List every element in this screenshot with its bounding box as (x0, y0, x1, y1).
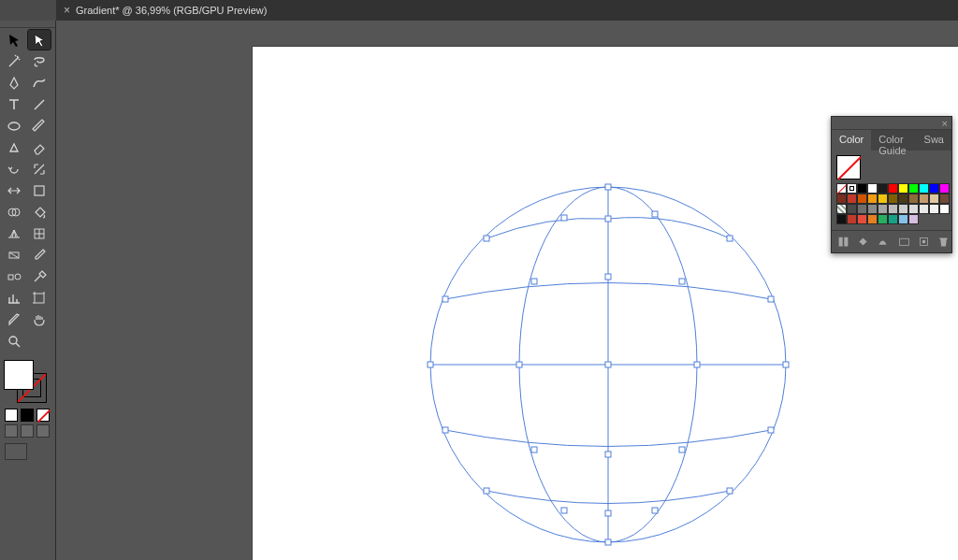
type-tool[interactable] (3, 94, 25, 114)
swatch[interactable] (857, 214, 867, 224)
close-tab-icon[interactable]: × (64, 4, 70, 17)
pen-tool[interactable] (3, 73, 25, 93)
swatch[interactable] (867, 214, 878, 224)
swatch[interactable] (898, 183, 908, 194)
swatch[interactable] (908, 204, 919, 214)
draw-normal[interactable] (5, 424, 18, 438)
shape-builder-tool[interactable] (3, 202, 25, 222)
swatch[interactable] (929, 204, 939, 214)
zoom-tool[interactable] (3, 331, 25, 351)
color-mode-color[interactable] (5, 409, 18, 422)
swatch[interactable] (898, 194, 908, 204)
fill-stroke-control[interactable] (4, 360, 47, 403)
swatch[interactable] (888, 183, 898, 194)
selection-tool[interactable] (3, 30, 25, 50)
swatch[interactable] (836, 214, 847, 224)
panel-tab-color-guide[interactable]: Color Guide (871, 130, 916, 151)
swatch[interactable] (908, 194, 919, 204)
swatch[interactable] (857, 183, 867, 194)
paintbrush-tool[interactable] (28, 116, 51, 136)
scale-tool[interactable] (28, 159, 51, 179)
current-fill-stroke[interactable] (836, 155, 861, 179)
perspective-grid-tool[interactable] (3, 223, 25, 243)
swatch[interactable] (878, 183, 888, 194)
swatch[interactable] (908, 183, 919, 194)
panel-close-icon[interactable]: × (942, 118, 948, 129)
artwork-globe-wireframe[interactable] (421, 178, 795, 553)
eyedropper-tool-icon (32, 248, 47, 263)
rotate-tool[interactable] (3, 159, 25, 179)
screen-mode-button[interactable] (5, 443, 27, 460)
swatch[interactable] (919, 183, 929, 194)
swatch[interactable] (836, 183, 847, 194)
curvature-tool[interactable] (28, 73, 51, 93)
swatch[interactable] (857, 194, 867, 204)
delete-swatch-icon[interactable] (937, 236, 950, 248)
swatch[interactable] (878, 214, 888, 224)
svg-rect-22 (768, 296, 774, 302)
ellipse-tool[interactable] (3, 116, 25, 136)
swatch[interactable] (939, 204, 950, 214)
fill-swatch[interactable] (4, 360, 34, 390)
swatch[interactable] (908, 214, 919, 224)
new-swatch-icon[interactable] (918, 236, 930, 248)
swatch[interactable] (867, 183, 878, 194)
swatch[interactable] (888, 194, 898, 204)
swatch[interactable] (939, 194, 950, 204)
toolbox-grip[interactable] (0, 21, 55, 28)
panel-titlebar[interactable]: × (832, 117, 951, 130)
swatch[interactable] (898, 214, 908, 224)
color-mode-none[interactable] (36, 409, 50, 422)
magic-wand-tool[interactable] (3, 51, 25, 71)
swatch[interactable] (847, 183, 857, 194)
document-tab[interactable]: × Gradient* @ 36,99% (RGB/GPU Preview) (56, 0, 276, 21)
swatch[interactable] (929, 194, 939, 204)
slice-tool[interactable] (3, 309, 25, 329)
lasso-tool[interactable] (28, 51, 51, 71)
width-tool[interactable] (3, 180, 25, 200)
swatch[interactable] (898, 204, 908, 214)
swatch[interactable] (867, 194, 878, 204)
swatch-libraries-icon[interactable] (837, 236, 849, 248)
show-kinds-icon[interactable] (857, 236, 869, 248)
gradient-tool[interactable] (3, 245, 25, 265)
direct-selection-tool[interactable] (28, 30, 51, 50)
color-panel[interactable]: × Color Color Guide Swa (831, 116, 952, 253)
swatch[interactable] (857, 204, 867, 214)
swatch[interactable] (836, 204, 847, 214)
swatch[interactable] (867, 204, 878, 214)
line-segment-tool[interactable] (28, 94, 51, 114)
mesh-tool[interactable] (28, 223, 51, 243)
hand-tool[interactable] (28, 309, 51, 329)
swatch[interactable] (929, 183, 939, 194)
artboard-tool[interactable] (28, 288, 51, 308)
swatch-options-icon[interactable] (877, 236, 889, 248)
blend-tool[interactable] (3, 266, 25, 286)
swatch[interactable] (919, 204, 929, 214)
swatch[interactable] (878, 194, 888, 204)
swatch[interactable] (888, 204, 898, 214)
live-paint-bucket-tool[interactable] (28, 202, 51, 222)
panel-tab-swatches[interactable]: Swa (917, 130, 951, 151)
draw-inside[interactable] (36, 424, 50, 438)
swatch[interactable] (847, 204, 857, 214)
draw-behind[interactable] (21, 424, 34, 438)
symbol-sprayer-tool[interactable] (28, 266, 51, 286)
free-transform-tool[interactable] (28, 180, 51, 200)
swatch[interactable] (939, 183, 950, 194)
panel-tab-color[interactable]: Color (832, 130, 871, 151)
eyedropper-tool[interactable] (28, 245, 51, 265)
column-graph-tool[interactable] (3, 288, 25, 308)
swatch[interactable] (847, 214, 857, 224)
swatch[interactable] (847, 194, 857, 204)
swatch[interactable] (919, 194, 929, 204)
swatch[interactable] (888, 214, 898, 224)
eraser-tool[interactable] (28, 137, 51, 157)
panel-body (832, 151, 951, 230)
new-color-group-icon[interactable] (898, 236, 910, 248)
swatch[interactable] (878, 204, 888, 214)
shaper-tool[interactable] (3, 137, 25, 157)
swatch[interactable] (836, 194, 847, 204)
live-paint-bucket-tool-icon (32, 205, 47, 220)
color-mode-gradient[interactable] (21, 409, 34, 422)
